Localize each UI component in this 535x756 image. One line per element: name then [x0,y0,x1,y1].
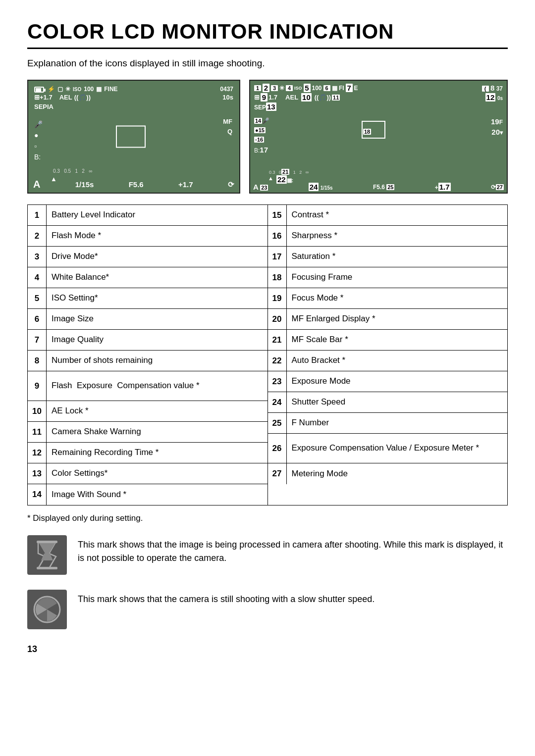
lcd-icon-col: 🎤 ● ▫ B: [34,120,43,161]
ann-num-4: 4 [286,85,293,91]
indicator-num: 6 [28,309,47,329]
indicator-desc: Metering Mode [287,463,508,484]
indicator-desc: Flash Mode * [47,226,268,246]
fnum-lcd: F5.6 [129,180,144,189]
table-row: 19 Focus Mode * [268,288,508,309]
ann-num-1: 1 [254,85,261,91]
circle-icon-lcd: ● [34,131,43,139]
ev3-lcd: +1.7 [178,180,193,189]
table-col-left: 1 Battery Level Indicator 2 Flash Mode *… [28,205,268,505]
table-row: 21 MF Scale Bar * [268,330,508,351]
indicator-num: 8 [28,351,47,371]
ann-num-21: 21 [281,169,289,175]
indicator-num: 23 [268,371,287,392]
indicator-num: 12 [28,443,47,463]
ann-num-18: 18 [363,129,371,135]
table-row: 23 Exposure Mode [268,371,508,392]
shutter-icon-box [27,590,67,629]
indicator-num: 7 [28,330,47,350]
indicator-num: 10 [28,401,47,421]
ann-mic-row: 14🎤 [254,117,269,124]
grid-icon-lcd: ▫ [34,142,43,150]
iso-val-lcd: 100 [84,86,94,93]
ann-scale: 0.3 021 1 2 ∞ [269,169,309,175]
indicator-desc: Color Settings* [47,463,268,484]
ann-grid-row: ▫16 [254,136,269,143]
table-row: 26 Exposure Compensation Value / Exposur… [268,434,508,463]
indicator-num: 3 [28,247,47,267]
lcd-sepia-row: SEPIA [34,103,233,110]
ann-19: 19F [491,117,503,126]
table-row: 4 White Balance* [28,267,268,288]
hourglass-icon [36,541,58,569]
indicator-desc: Contrast * [287,205,508,225]
indicator-num: 18 [268,267,287,288]
ev-icon-lcd: ⊞+1.7 [34,94,53,101]
indicator-num: 13 [28,463,47,484]
indicator-desc: Image Quality [47,330,268,350]
ann-num-27: 27 [496,184,504,190]
lcd-second-row: ⊞+1.7 AEL ((🎵)) 10s [34,94,233,101]
ann-num-25: 25 [386,184,394,190]
table-row: 24 Shutter Speed [268,392,508,413]
ael-lcd: AEL [59,94,72,101]
indicator-num: 25 [268,413,287,433]
ann-23: A 23 [253,183,268,191]
indicator-desc: AE Lock * [47,401,268,421]
indicator-desc: White Balance* [47,267,268,288]
table-row: 12 Remaining Recording Time * [28,443,268,463]
indicator-num: 20 [268,309,287,329]
indicator-num: 27 [268,463,287,484]
indicator-num: 14 [28,484,47,505]
imgsize-icon-lcd: ▦ [96,86,102,93]
icon-note-shutter-text: This mark shows that the camera is still… [78,590,374,606]
timer-lcd: 10s [222,94,233,101]
ann-row2: ⊞ 9 1.7 AEL 10 ((🎵)) 11 12 0s [254,93,503,101]
ann-num-6: 6 [323,85,330,91]
indicator-desc: Sharpness * [287,226,508,246]
ann-bracket-row: B:17 [254,146,269,154]
lcd-screen-annotated: 1 2 3 ✳ 4 ISO 5 100 6 ▦ FI 7 E ( 8 37 ⊞ … [249,80,508,194]
ann-num-23: 23 [260,185,268,191]
ann-num-11: 11 [332,95,340,101]
table-row: 27 Metering Mode [268,463,508,484]
ann-circle-row: ●15 [254,127,269,134]
table-row: 2 Flash Mode * [28,226,268,247]
ann-num-10: 10 [301,93,312,101]
ann-num-16: ▫16 [254,137,264,143]
shutter-icon [32,595,62,624]
footnote: * Displayed only during setting. [27,513,508,523]
mic-icon-lcd: 🎤 [34,120,43,128]
indicator-desc: Remaining Recording Time * [47,443,268,463]
drive2-lcd: ((🎵)) [74,94,91,101]
bracket-icon-lcd: B: [34,153,43,161]
table-row: 25 F Number [268,413,508,434]
icon-note-hourglass: This mark shows that the image is being … [27,535,508,575]
table-row: 15 Contrast * [268,205,508,226]
icon-note-hourglass-text: This mark shows that the image is being … [78,535,508,565]
ann-20: 20▾ [491,128,503,136]
indicator-desc: Auto Bracket * [287,351,508,371]
ann-num-12: 12 [485,93,496,101]
indicator-desc: ISO Setting* [47,288,268,308]
indicator-desc: Camera Shake Warning [47,422,268,442]
scale-row-lcd: 0.3 0.5 1 2 ∞ [53,168,92,174]
indicator-desc: F Number [287,413,508,433]
indicator-table: 1 Battery Level Indicator 2 Flash Mode *… [27,204,508,505]
monitor-section: ⚡ ▢ ✳ ISO 100 ▦ FINE 0437 ⊞+1.7 AEL ((🎵)… [27,80,508,194]
table-row: 3 Drive Mode* [28,247,268,267]
table-row: 16 Sharpness * [268,226,508,247]
ann-num-24: 24 [309,183,319,191]
ann-25: F5.6 25 [373,184,395,191]
svg-rect-1 [37,567,57,569]
indicator-desc: Focusing Frame [287,267,508,288]
subtitle: Explanation of the icons displayed in st… [27,58,508,69]
wb-icon-lcd: ✳ [65,86,70,93]
drive-icon-lcd: ▢ [57,86,63,93]
table-row: 13 Color Settings* [28,463,268,484]
ann-num-13: 13 [266,102,276,111]
indicator-desc: Focus Mode * [287,288,508,308]
iso-lcd: ISO [73,87,81,92]
ann-icons-col: 14🎤 ●15 ▫16 B:17 [254,117,269,154]
ann-num-17: 17 [260,146,268,154]
